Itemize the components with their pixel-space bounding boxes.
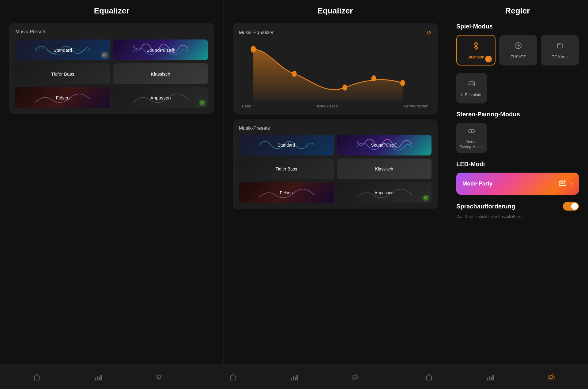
mode-btn-zusatz[interactable]: ZUSATZ (499, 35, 537, 65)
svg-point-34 (352, 374, 358, 380)
nav-settings-2[interactable] (348, 370, 363, 384)
svg-point-33 (354, 376, 357, 379)
nav-equalizer-1[interactable] (91, 370, 105, 384)
ufestplatte-label: U-Festplatte (461, 92, 483, 97)
led-title: LED-Modi (456, 161, 579, 168)
presets-card-center-title: Musik-Presets (239, 125, 270, 131)
spiel-modus-title: Spiel-Modus (456, 23, 579, 30)
nav-home-3[interactable] (422, 370, 436, 384)
preset-tieferbass-left[interactable]: Tiefer Bass (15, 63, 110, 84)
panel-equalizer-left: Equalizer Musik-Presets Standard ✓ (0, 0, 224, 365)
leaf-badge-anpassen-center: 🌿 (422, 195, 429, 201)
svg-point-40 (548, 374, 554, 380)
svg-point-0 (251, 46, 256, 52)
nav-equalizer-2[interactable] (287, 370, 301, 384)
preset-soundpulse-label-left: SoundPulse® (146, 47, 175, 53)
preset-anpassen-label-left: Anpassen (150, 95, 171, 100)
tfkarte-icon (556, 41, 564, 52)
preset-soundpulse-center-label: SoundPulse® (371, 143, 397, 148)
led-card[interactable]: Mode-Party › (456, 173, 579, 195)
preset-soundpulse-center[interactable]: SoundPulse® (337, 135, 432, 155)
svg-rect-35 (487, 378, 488, 380)
svg-point-12 (473, 83, 474, 84)
svg-rect-32 (296, 375, 298, 380)
preset-standard-center[interactable]: Standard (239, 135, 334, 155)
svg-rect-31 (295, 377, 296, 380)
preset-felsen-center[interactable]: Felsen (239, 182, 334, 203)
svg-rect-25 (99, 377, 100, 380)
preset-tieferbass-center[interactable]: Tiefer Bass (239, 159, 334, 179)
eq-label-bass: Bass (242, 104, 251, 108)
panel-title-1: Equalizer (9, 6, 214, 16)
preset-standard-left[interactable]: Standard ✓ (15, 39, 110, 60)
preset-felsen-center-label: Felsen (280, 190, 293, 195)
preset-soundpulse-left[interactable]: SoundPulse® (113, 39, 208, 60)
preset-anpassen-center[interactable]: Anpassen 🌿 (337, 182, 432, 203)
preset-standard-center-label: Standard (277, 143, 295, 148)
preset-felsen-left[interactable]: Felsen (15, 87, 110, 108)
presets-grid-left: Standard ✓ SoundPulse® Tiefer Bass (15, 39, 208, 108)
nav-section-2 (196, 365, 392, 389)
leaf-badge-anpassen: 🌿 (199, 99, 205, 106)
stereo-grid: Stereo-Pairing-Modus (456, 123, 579, 153)
panel-title-3: Regler (456, 6, 579, 16)
zusatz-label: ZUSATZ (511, 54, 526, 59)
ufestplatte-icon (467, 79, 476, 90)
preset-klassisch-label-left: Klassisch (151, 71, 170, 77)
eq-chart-container (239, 40, 432, 101)
stereo-pairing-btn[interactable]: Stereo-Pairing-Modus (456, 123, 487, 153)
mode-btn-bluetooth[interactable]: Bluetooth ✓ (456, 35, 496, 65)
preset-klassisch-center-label: Klassisch (375, 166, 393, 171)
nav-home-2[interactable] (225, 370, 240, 384)
nav-home-1[interactable] (29, 370, 44, 384)
bluetooth-check: ✓ (485, 56, 492, 62)
svg-rect-30 (293, 376, 294, 380)
svg-point-2 (342, 84, 347, 91)
svg-point-4 (400, 80, 405, 86)
svg-point-28 (156, 374, 162, 380)
eq-label-ver: Verdreifachen (404, 104, 428, 108)
eq-card-header: Musik-Equalizer ↺ (239, 29, 432, 36)
presets-card-title-left: Musik-Presets (15, 29, 208, 35)
nav-settings-1[interactable] (152, 370, 166, 384)
svg-rect-29 (291, 378, 292, 380)
svg-rect-18 (562, 182, 563, 184)
svg-rect-26 (100, 375, 102, 380)
check-badge-standard: ✓ (101, 52, 108, 58)
mode-btn-tfkarte[interactable]: TF-Karte (541, 35, 579, 65)
stereo-icon (467, 127, 476, 137)
preset-klassisch-left[interactable]: Klassisch (113, 63, 208, 84)
preset-anpassen-center-label: Anpassen (375, 190, 394, 195)
preset-tieferbass-label-left: Tiefer Bass (51, 71, 74, 77)
presets-card-left: Musik-Presets Standard ✓ (9, 23, 214, 114)
bluetooth-icon (471, 41, 481, 52)
svg-point-27 (157, 376, 160, 379)
svg-rect-19 (564, 182, 565, 184)
svg-rect-17 (560, 182, 562, 184)
presets-grid-center: Standard SoundPulse® Tiefer Bass Kl (239, 135, 432, 203)
bluetooth-label: Bluetooth (468, 55, 484, 59)
sprachaufforderung-title: Sprachaufforderung (456, 203, 515, 210)
eq-labels: Bass Mittelklasse Verdreifachen (239, 104, 432, 108)
preset-klassisch-center[interactable]: Klassisch (337, 159, 432, 179)
preset-standard-label-left: Standard (53, 47, 72, 53)
refresh-icon[interactable]: ↺ (426, 29, 432, 36)
preset-felsen-label-left: Felsen (56, 95, 70, 100)
panel-equalizer-center: Equalizer Musik-Equalizer ↺ (224, 0, 447, 365)
stereo-modus-title: Stereo-Pairing-Modus (456, 111, 579, 118)
stereo-pairing-label: Stereo-Pairing-Modus (460, 140, 483, 149)
svg-rect-36 (489, 376, 490, 380)
nav-equalizer-3[interactable] (483, 370, 497, 384)
sprachaufforderung-toggle[interactable] (563, 202, 579, 211)
svg-rect-11 (470, 83, 473, 85)
led-chevron-icon: › (571, 181, 573, 187)
preset-anpassen-left[interactable]: Anpassen 🌿 (113, 87, 208, 108)
ufestplatte-grid: U-Festplatte (456, 73, 579, 103)
hint-text: Das Gerät spricht beim Anschließen ... (456, 214, 579, 219)
svg-point-1 (292, 71, 297, 77)
nav-section-3 (392, 365, 588, 389)
led-icon (558, 178, 567, 189)
mode-btn-ufestplatte[interactable]: U-Festplatte (456, 73, 487, 103)
nav-settings-3-active[interactable] (544, 370, 559, 384)
presets-card-center-header: Musik-Presets (239, 125, 432, 131)
